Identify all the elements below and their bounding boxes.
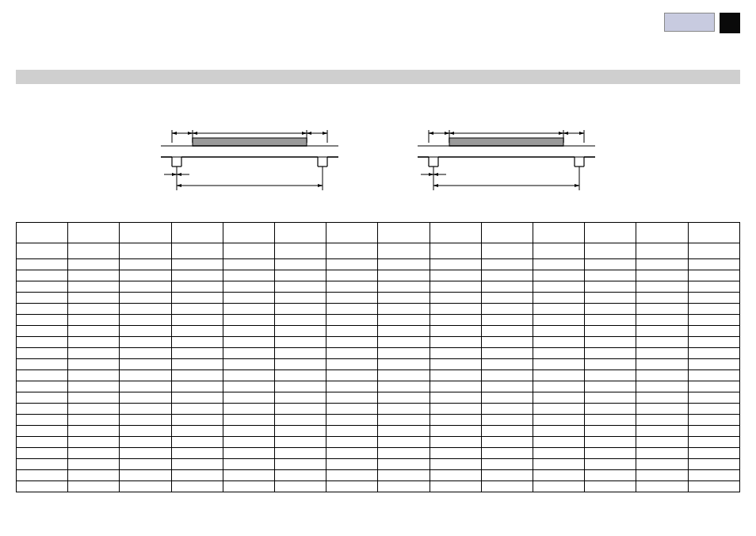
- table-cell: [68, 315, 120, 326]
- diagram-left: [161, 122, 338, 192]
- table-cell: [688, 459, 739, 470]
- table-cell: [636, 481, 688, 492]
- table-cell: [17, 304, 68, 315]
- table-cell: [120, 392, 171, 404]
- table-cell: [378, 304, 430, 315]
- dark-box: [720, 13, 740, 33]
- table-cell: [688, 437, 739, 448]
- table-cell: [636, 426, 688, 437]
- table-cell: [120, 326, 171, 337]
- table-cell: [120, 370, 171, 381]
- table-cell: [326, 459, 378, 470]
- table-cell: [481, 415, 533, 426]
- diagram-row: [16, 122, 740, 192]
- table-cell: [171, 415, 223, 426]
- table-cell: [533, 370, 585, 381]
- svg-marker-42: [449, 132, 454, 135]
- table-cell: [378, 223, 430, 243]
- table-cell: [68, 392, 120, 404]
- table-cell: [481, 470, 533, 481]
- table-cell: [17, 481, 68, 492]
- table-cell: [481, 437, 533, 448]
- table-cell: [120, 481, 171, 492]
- light-box: [664, 13, 715, 32]
- table-cell: [17, 243, 68, 259]
- table-cell: [481, 448, 533, 459]
- table-cell: [171, 243, 223, 259]
- table-row: [17, 404, 740, 415]
- table-cell: [533, 392, 585, 404]
- table-cell: [326, 243, 378, 259]
- table-cell: [585, 315, 636, 326]
- table-row: [17, 304, 740, 315]
- table-cell: [688, 326, 739, 337]
- table-cell: [223, 392, 274, 404]
- table-cell: [275, 415, 326, 426]
- table-cell: [585, 381, 636, 392]
- table-cell: [120, 448, 171, 459]
- table-cell: [223, 470, 274, 481]
- table-cell: [223, 437, 274, 448]
- table-cell: [275, 293, 326, 304]
- table-cell: [688, 392, 739, 404]
- table-row: [17, 359, 740, 370]
- table-row: [17, 259, 740, 270]
- table-cell: [430, 337, 481, 348]
- table-cell: [17, 426, 68, 437]
- table-cell: [585, 259, 636, 270]
- table-cell: [430, 426, 481, 437]
- svg-marker-32: [318, 184, 323, 187]
- table-cell: [171, 437, 223, 448]
- table-cell: [223, 481, 274, 492]
- table-cell: [17, 437, 68, 448]
- svg-marker-64: [433, 184, 438, 187]
- table-cell: [326, 259, 378, 270]
- table-cell: [636, 370, 688, 381]
- table-cell: [275, 337, 326, 348]
- table-row: [17, 270, 740, 281]
- table-cell: [326, 337, 378, 348]
- table-cell: [68, 370, 120, 381]
- svg-marker-11: [307, 132, 311, 135]
- table-row: [17, 448, 740, 459]
- table-cell: [481, 337, 533, 348]
- table-cell: [17, 359, 68, 370]
- table-cell: [636, 448, 688, 459]
- table-cell: [68, 448, 120, 459]
- table-cell: [533, 315, 585, 326]
- table-row: [17, 243, 740, 259]
- table-cell: [275, 304, 326, 315]
- table-cell: [223, 259, 274, 270]
- table-row: [17, 437, 740, 448]
- table-cell: [68, 359, 120, 370]
- table-cell: [636, 223, 688, 243]
- table-cell: [430, 448, 481, 459]
- table-cell: [533, 381, 585, 392]
- svg-rect-13: [193, 138, 307, 146]
- diagram-right: [418, 122, 595, 192]
- table-cell: [636, 293, 688, 304]
- table-cell: [171, 270, 223, 281]
- table-row: [17, 470, 740, 481]
- table-cell: [481, 381, 533, 392]
- table-cell: [636, 470, 688, 481]
- table-cell: [120, 348, 171, 359]
- table-cell: [275, 392, 326, 404]
- data-table: [16, 222, 740, 492]
- table-cell: [275, 437, 326, 448]
- table-cell: [68, 243, 120, 259]
- table-cell: [481, 270, 533, 281]
- table-cell: [120, 223, 171, 243]
- table-cell: [585, 404, 636, 415]
- table-cell: [223, 459, 274, 470]
- table-cell: [430, 259, 481, 270]
- table-cell: [430, 304, 481, 315]
- table-cell: [636, 315, 688, 326]
- table-cell: [378, 448, 430, 459]
- table-cell: [378, 470, 430, 481]
- data-table-wrapper: [16, 222, 740, 492]
- table-cell: [636, 415, 688, 426]
- table-cell: [378, 281, 430, 293]
- table-cell: [533, 459, 585, 470]
- table-row: [17, 223, 740, 243]
